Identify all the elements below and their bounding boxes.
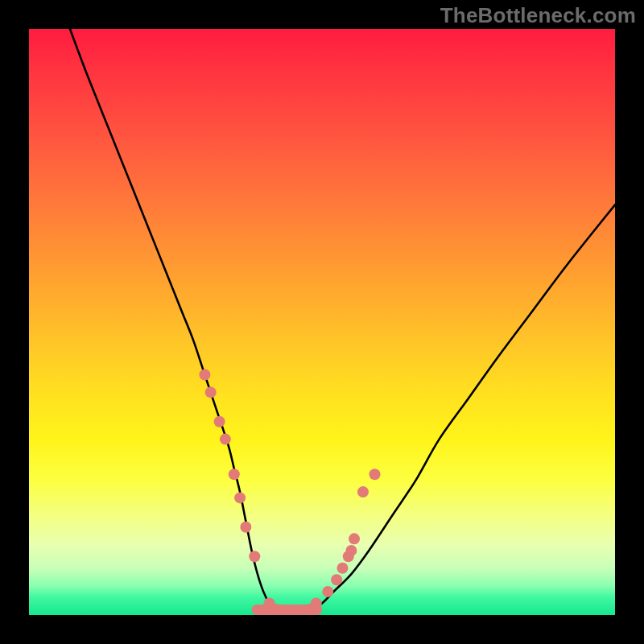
marker-dot bbox=[205, 386, 217, 398]
plot-area bbox=[29, 29, 615, 615]
marker-dots bbox=[199, 369, 380, 615]
marker-dot bbox=[331, 574, 342, 585]
marker-dot bbox=[311, 597, 322, 609]
marker-dot bbox=[229, 469, 240, 480]
marker-dot bbox=[220, 434, 231, 445]
marker-dot bbox=[336, 563, 348, 574]
marker-dot bbox=[357, 486, 369, 497]
marker-dot bbox=[249, 551, 260, 562]
marker-dot bbox=[240, 522, 251, 533]
chart-overlay bbox=[29, 29, 615, 615]
marker-dot bbox=[234, 492, 246, 503]
marker-dot bbox=[322, 586, 333, 597]
marker-dot bbox=[214, 416, 225, 427]
bottleneck-curve bbox=[70, 29, 615, 615]
chart-frame: TheBottleneck.com bbox=[0, 0, 644, 644]
marker-dot bbox=[345, 545, 357, 556]
marker-dot bbox=[349, 533, 360, 544]
marker-dot bbox=[369, 469, 381, 480]
watermark-text: TheBottleneck.com bbox=[440, 3, 636, 28]
marker-dot bbox=[199, 369, 210, 381]
marker-dot bbox=[270, 604, 281, 615]
